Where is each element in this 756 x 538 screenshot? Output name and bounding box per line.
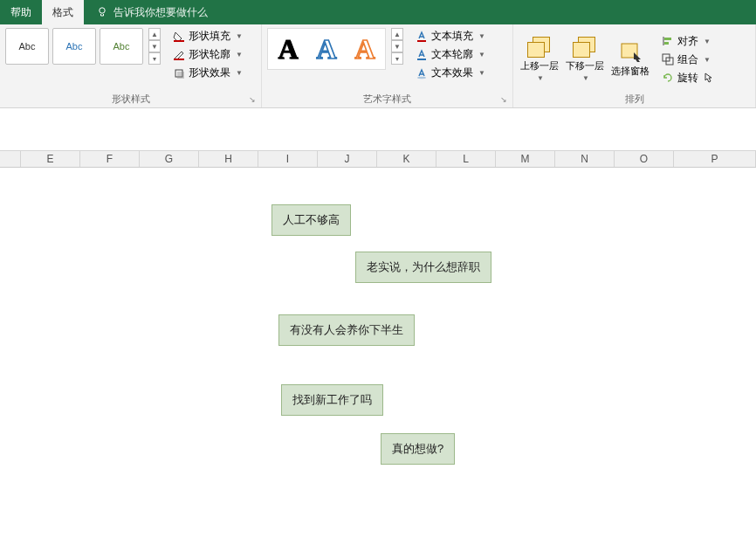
text-box-shape[interactable]: 真的想做? (381, 433, 455, 465)
group-label-shape-styles: 形状样式 (5, 91, 256, 107)
text-effects-icon (416, 67, 428, 79)
text-fill-icon (416, 31, 428, 43)
group-label: 组合 (677, 52, 698, 67)
text-outline-label: 文本轮廓 (431, 47, 473, 62)
column-header[interactable]: O (615, 151, 674, 167)
chevron-down-icon: ▼ (478, 51, 485, 59)
shape-outline-label: 形状轮廓 (189, 47, 230, 62)
bring-forward-icon (526, 37, 553, 58)
rotate-label: 旋转 (677, 71, 698, 86)
worksheet-grid[interactable]: 人工不够高老实说，为什么想辞职有没有人会养你下半生找到新工作了吗真的想做? (0, 168, 756, 535)
rotate-button[interactable]: 旋转 (658, 70, 719, 86)
text-fill-button[interactable]: 文本填充 ▼ (412, 28, 489, 45)
svg-point-0 (100, 8, 105, 13)
group-icon (662, 53, 674, 66)
ribbon-group-arrange: 上移一层 ▼ 下移一层 ▼ 选择窗格 对齐 ▼ (513, 24, 756, 107)
text-fill-label: 文本填充 (431, 29, 473, 44)
text-effects-label: 文本效果 (431, 66, 473, 80)
shape-outline-button[interactable]: 形状轮廓 ▼ (169, 46, 246, 63)
selection-pane-icon (616, 42, 644, 63)
shape-style-preset-3[interactable]: Abc (100, 28, 143, 65)
chevron-down-icon: ▼ (704, 56, 711, 64)
ribbon: Abc Abc Abc ▲ ▼ ▾ 形状填充 ▼ (0, 24, 756, 108)
bring-forward-button[interactable]: 上移一层 ▼ (519, 35, 560, 84)
ribbon-group-wordart-styles: A A A ▲ ▼ ▾ 文本填充 ▼ (262, 24, 513, 107)
svg-point-7 (417, 76, 426, 78)
dialog-launcher-icon[interactable]: ↘ (500, 95, 511, 106)
send-backward-icon (571, 37, 599, 58)
shape-style-preset-1[interactable]: Abc (5, 28, 49, 65)
column-header[interactable]: J (318, 151, 377, 167)
svg-rect-6 (417, 59, 426, 60)
text-box-shape[interactable]: 人工不够高 (271, 204, 351, 236)
text-outline-icon (416, 49, 428, 61)
chevron-down-icon: ▼ (478, 69, 485, 77)
menu-format[interactable]: 格式 (42, 0, 84, 24)
rotate-icon (662, 72, 674, 84)
chevron-down-icon: ▼ (478, 32, 485, 40)
text-effects-button[interactable]: 文本效果 ▼ (412, 65, 489, 81)
svg-rect-2 (174, 59, 184, 60)
group-button[interactable]: 组合 ▼ (658, 52, 719, 68)
shape-style-gallery-nav: ▲ ▼ ▾ (148, 28, 161, 65)
text-box-shape[interactable]: 有没有人会养你下半生 (278, 314, 415, 346)
column-header[interactable]: G (140, 151, 199, 167)
svg-rect-11 (664, 42, 669, 45)
gallery-more-icon[interactable]: ▾ (148, 52, 161, 65)
chevron-down-icon: ▼ (236, 69, 243, 77)
gallery-down-icon[interactable]: ▼ (148, 40, 161, 52)
text-box-shape[interactable]: 找到新工作了吗 (281, 384, 383, 416)
wordart-preset-3[interactable]: A (346, 30, 384, 68)
lightbulb-icon (96, 6, 108, 18)
group-label-arrange: 排列 (519, 91, 750, 107)
text-box-shape[interactable]: 老实说，为什么想辞职 (355, 252, 491, 283)
wordart-preset-1[interactable]: A (269, 30, 307, 68)
shape-fill-button[interactable]: 形状填充 ▼ (169, 28, 246, 45)
shape-effects-label: 形状效果 (189, 66, 230, 80)
menu-help[interactable]: 帮助 (0, 0, 42, 24)
gallery-down-icon[interactable]: ▼ (391, 40, 403, 52)
pen-icon (173, 49, 185, 61)
wordart-preset-2[interactable]: A (307, 30, 346, 68)
chevron-down-icon: ▼ (704, 38, 711, 45)
effects-icon (173, 67, 185, 79)
align-label: 对齐 (677, 34, 698, 49)
cursor-icon (704, 72, 716, 84)
paint-bucket-icon (173, 31, 185, 43)
column-header[interactable]: M (496, 151, 555, 167)
svg-rect-5 (417, 40, 426, 42)
group-label-wordart-styles: 艺术字样式 (267, 91, 507, 107)
text-outline-button[interactable]: 文本轮廓 ▼ (412, 46, 489, 63)
align-icon (662, 35, 674, 47)
send-backward-label: 下移一层 (566, 59, 604, 72)
gallery-up-icon[interactable]: ▲ (148, 28, 161, 40)
gallery-more-icon[interactable]: ▾ (391, 52, 403, 65)
chevron-down-icon: ▼ (582, 74, 589, 82)
wordart-gallery-nav: ▲ ▼ ▾ (391, 28, 403, 65)
gallery-up-icon[interactable]: ▲ (391, 28, 403, 40)
column-header[interactable]: K (377, 151, 436, 167)
column-header[interactable]: I (258, 151, 318, 167)
selection-pane-label: 选择窗格 (611, 65, 649, 78)
column-header[interactable]: N (555, 151, 615, 167)
shape-style-preset-2[interactable]: Abc (52, 28, 96, 65)
column-header-row: E F G H I J K L M N O P (0, 150, 756, 168)
column-header[interactable]: F (80, 151, 140, 167)
send-backward-button[interactable]: 下移一层 ▼ (564, 35, 606, 84)
chevron-down-icon: ▼ (236, 32, 243, 40)
selection-pane-button[interactable]: 选择窗格 (609, 40, 651, 79)
svg-rect-10 (664, 38, 671, 40)
column-header[interactable]: L (436, 151, 496, 167)
shape-fill-label: 形状填充 (189, 29, 230, 44)
svg-rect-1 (174, 40, 184, 42)
chevron-down-icon: ▼ (236, 51, 243, 59)
tell-me-input[interactable]: 告诉我你想要做什么 (113, 5, 208, 20)
column-header[interactable]: H (199, 151, 258, 167)
dialog-launcher-icon[interactable]: ↘ (249, 95, 259, 106)
shape-effects-button[interactable]: 形状效果 ▼ (169, 65, 246, 81)
bring-forward-label: 上移一层 (520, 59, 559, 72)
align-button[interactable]: 对齐 ▼ (658, 33, 719, 50)
menubar: 帮助 格式 告诉我你想要做什么 (0, 0, 756, 24)
column-header[interactable]: P (674, 151, 756, 167)
column-header[interactable]: E (21, 151, 80, 167)
